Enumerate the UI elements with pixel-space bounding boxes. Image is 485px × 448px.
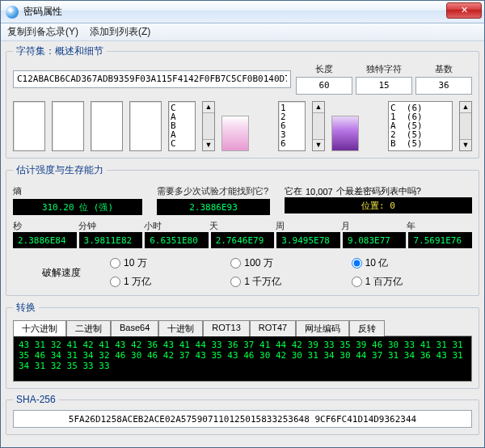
- hex-output[interactable]: 43 31 32 41 42 41 43 42 36 43 41 44 33 3…: [13, 336, 472, 382]
- unit-week: 周: [276, 220, 341, 232]
- charlist-letters[interactable]: C A B A C: [168, 101, 196, 151]
- charlist-digits[interactable]: 1 2 6 3 6: [278, 101, 306, 151]
- chargroup-2: [52, 101, 84, 151]
- crack-speed-label: 破解速度: [13, 266, 110, 280]
- char-frequency[interactable]: C (6) 1 (6) A (5) 2 (5) B (5): [388, 101, 453, 151]
- convert-group: 转换 十六进制 二进制 Base64 十进制 ROT13 ROT47 网址编码 …: [6, 301, 479, 389]
- scrollbar-2[interactable]: ▲▼: [312, 101, 325, 151]
- strength-group: 估计强度与生存能力 熵 310.20 位 (强) 需要多少次试验才能找到它? 2…: [6, 163, 479, 296]
- charset-legend: 字符集：概述和细节: [13, 44, 107, 58]
- base-value: 36: [415, 77, 472, 95]
- unique-label: 独特字符: [356, 63, 412, 75]
- inlist-count: 10,007: [306, 187, 333, 197]
- entropy-value: 310.20 位 (强): [13, 199, 142, 215]
- scrollbar-1[interactable]: ▲▼: [202, 101, 215, 151]
- list-position: 位置: 0: [285, 197, 472, 213]
- opt-1qianwanyi[interactable]: 1 千万亿: [230, 275, 351, 289]
- time-month: 9.083E77: [343, 232, 407, 248]
- scrollbar-3[interactable]: ▲▼: [459, 101, 472, 151]
- tab-url[interactable]: 网址编码: [296, 320, 349, 336]
- unit-min: 分钟: [78, 220, 144, 232]
- unit-year: 年: [407, 220, 472, 232]
- tab-bin[interactable]: 二进制: [66, 320, 111, 336]
- charset-group: 字符集：概述和细节 长度 60 独特字符 15 基数 36: [6, 44, 479, 158]
- opt-1baiwanyi[interactable]: 1 百万亿: [352, 275, 472, 289]
- time-sec: 2.3886E84: [13, 232, 77, 248]
- unit-day: 天: [209, 220, 275, 232]
- crack-speed-options: 10 万 100 万 10 亿 1 万亿 1 千万亿 1 百万亿: [110, 256, 472, 289]
- strength-legend: 估计强度与生存能力: [13, 163, 107, 177]
- menu-add[interactable]: 添加到列表(Z): [90, 25, 150, 39]
- time-hour: 6.6351E80: [145, 232, 209, 248]
- convert-tabs: 十六进制 二进制 Base64 十进制 ROT13 ROT47 网址编码 反转: [13, 319, 472, 336]
- tab-rot47[interactable]: ROT47: [250, 320, 296, 336]
- menubar: 复制到备忘录(Y) 添加到列表(Z): [1, 23, 484, 41]
- tab-rev[interactable]: 反转: [349, 320, 385, 336]
- password-field[interactable]: [13, 70, 291, 88]
- opt-100wan[interactable]: 100 万: [230, 256, 351, 270]
- unique-value: 15: [356, 77, 412, 95]
- tab-rot13[interactable]: ROT13: [203, 320, 249, 336]
- chargroup-4: [129, 101, 162, 151]
- window-title: 密码属性: [23, 5, 62, 19]
- unit-hour: 小时: [144, 220, 209, 232]
- close-button[interactable]: ✕: [446, 2, 482, 19]
- tab-dec[interactable]: 十进制: [158, 320, 203, 336]
- time-day: 2.7646E79: [211, 232, 275, 248]
- time-min: 3.9811E82: [79, 232, 143, 248]
- length-label: 长度: [296, 63, 352, 75]
- sha-value[interactable]: [13, 410, 472, 428]
- base-label: 基数: [415, 63, 472, 75]
- trials-value: 2.3886E93: [157, 199, 270, 215]
- chargroup-1: [13, 101, 45, 151]
- convert-legend: 转换: [13, 301, 39, 315]
- opt-1wanyi[interactable]: 1 万亿: [110, 275, 230, 289]
- menu-copy[interactable]: 复制到备忘录(Y): [7, 25, 78, 39]
- tab-hex[interactable]: 十六进制: [13, 320, 66, 336]
- sha-group: SHA-256: [6, 394, 479, 435]
- chargroup-3: [91, 101, 123, 151]
- time-year: 7.5691E76: [408, 232, 472, 248]
- unit-sec: 秒: [13, 220, 78, 232]
- histogram-purple: [331, 116, 359, 151]
- histogram-pink: [221, 116, 249, 151]
- client-area: 字符集：概述和细节 长度 60 独特字符 15 基数 36: [1, 41, 484, 447]
- opt-10wan[interactable]: 10 万: [110, 256, 230, 270]
- unit-month: 月: [341, 220, 407, 232]
- length-value: 60: [296, 77, 352, 95]
- entropy-label: 熵: [13, 185, 142, 197]
- opt-10yi[interactable]: 10 亿: [352, 256, 472, 270]
- titlebar: 密码属性 ✕: [1, 1, 484, 23]
- inlist-label-b: 个最差密码列表中吗?: [336, 185, 421, 197]
- sha-legend: SHA-256: [13, 394, 59, 405]
- tab-b64[interactable]: Base64: [111, 320, 158, 336]
- trials-label: 需要多少次试验才能找到它?: [157, 185, 270, 197]
- app-icon: [6, 6, 19, 19]
- time-week: 3.9495E78: [276, 232, 340, 248]
- inlist-label-a: 它在: [285, 185, 302, 197]
